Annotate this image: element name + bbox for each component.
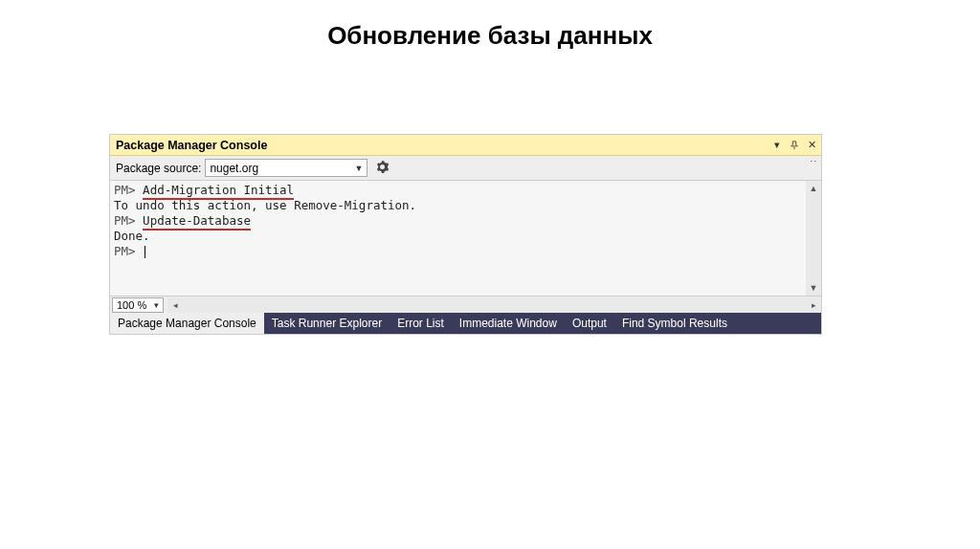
scroll-down-icon[interactable]: ▼ (806, 280, 821, 296)
console-output[interactable]: PM> Add-Migration InitialTo undo this ac… (110, 181, 821, 296)
tab-error-list[interactable]: Error List (390, 313, 452, 334)
panel-title: Package Manager Console (116, 139, 771, 152)
console-line: Done. (114, 229, 817, 244)
scroll-up-icon[interactable]: ▲ (806, 181, 821, 196)
package-source-label: Package source: (116, 162, 201, 175)
panel-header: Package Manager Console ▾ ✕ (110, 135, 821, 156)
settings-button[interactable] (371, 158, 392, 179)
command-text: Update-Database (143, 213, 251, 231)
chevron-down-icon: ▼ (354, 164, 363, 173)
chevron-down-icon: ▾ (154, 300, 159, 310)
tab-immediate-window[interactable]: Immediate Window (452, 313, 565, 334)
package-source-value: nuget.org (210, 162, 354, 175)
zoom-bar: 100 % ▾ ◂ ▸ (110, 296, 821, 313)
prompt: PM> (114, 183, 143, 197)
horizontal-scrollbar[interactable]: ◂ ▸ (167, 297, 821, 313)
zoom-value: 100 % (117, 299, 146, 311)
bottom-tabs: Package Manager ConsoleTask Runner Explo… (110, 313, 821, 334)
text-caret (145, 246, 145, 258)
prompt: PM> (114, 244, 143, 258)
zoom-select[interactable]: 100 % ▾ (112, 297, 164, 313)
dropdown-icon[interactable]: ▾ (771, 140, 783, 151)
tab-find-symbol-results[interactable]: Find Symbol Results (614, 313, 735, 334)
console-line: PM> (114, 244, 817, 259)
scroll-right-icon[interactable]: ▸ (806, 300, 821, 310)
panel-header-controls: ▾ ✕ (771, 140, 817, 151)
scroll-track[interactable] (806, 196, 821, 280)
toolbar: Package source: nuget.org ▼ ⋅⋅ (110, 156, 821, 181)
package-manager-panel: Package Manager Console ▾ ✕ Package sour… (109, 134, 822, 335)
overflow-icon[interactable]: ⋅⋅ (808, 154, 819, 170)
tab-output[interactable]: Output (565, 313, 614, 334)
scroll-left-icon[interactable]: ◂ (167, 300, 183, 310)
prompt: PM> (114, 213, 143, 228)
close-icon[interactable]: ✕ (806, 140, 817, 151)
tab-package-manager-console[interactable]: Package Manager Console (110, 313, 264, 334)
package-source-select[interactable]: nuget.org ▼ (205, 159, 368, 177)
page-title: Обновление базы данных (0, 0, 980, 51)
console-line: To undo this action, use Remove-Migratio… (114, 198, 817, 213)
tab-task-runner-explorer[interactable]: Task Runner Explorer (264, 313, 390, 334)
console-line: PM> Update-Database (114, 213, 817, 229)
gear-icon (375, 160, 390, 177)
pin-icon[interactable] (789, 140, 800, 151)
console-line: PM> Add-Migration Initial (114, 183, 817, 198)
vertical-scrollbar[interactable]: ▲ ▼ (806, 181, 821, 296)
